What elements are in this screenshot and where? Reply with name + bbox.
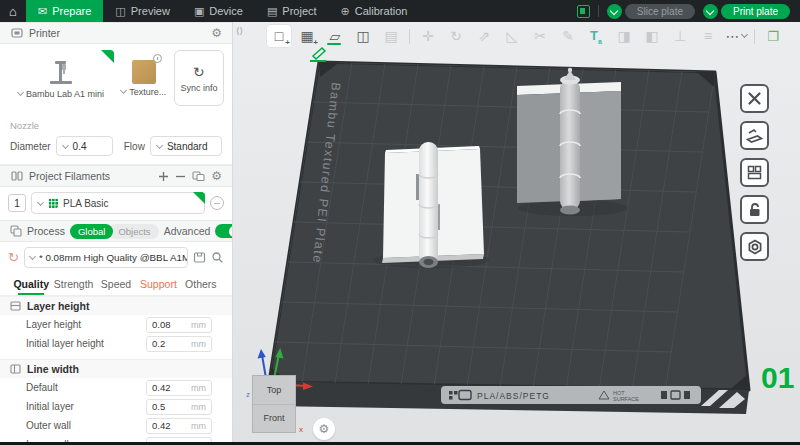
lay-on-face-icon[interactable]: ◺ (500, 25, 524, 47)
divider (754, 29, 755, 44)
layer-height-input[interactable]: 0.08 mm (146, 317, 212, 333)
process-preset-select[interactable]: * 0.08mm High Quality @BBL A1M (24, 247, 188, 268)
print-plate-button[interactable]: Print plate (721, 4, 790, 19)
arrange-plate-button[interactable] (740, 158, 769, 187)
calibration-icon: ⊕ (341, 5, 350, 18)
preset-row: ↻ * 0.08mm High Quality @BBL A1M (0, 242, 232, 273)
printer-card[interactable]: Bambu Lab A1 mini (8, 50, 114, 106)
nozzle-diameter-select[interactable]: 0.4 (56, 136, 113, 156)
reset-preset-icon[interactable]: ↻ (8, 251, 19, 264)
tab-quality[interactable]: Quality (10, 278, 52, 295)
split-to-parts-icon[interactable]: ▤ (379, 25, 403, 47)
mesh-boolean-icon[interactable]: ◧ (640, 25, 664, 47)
slice-plate-button[interactable]: Slice plate (625, 4, 695, 19)
plate-action-buttons (740, 84, 769, 261)
diameter-label: Diameter (10, 141, 51, 152)
view-settings-button[interactable]: ⚙ (313, 418, 335, 440)
build-plate-card[interactable]: Texture... (119, 50, 169, 106)
sync-info-label: Sync info (180, 83, 217, 93)
auto-arrange-icon[interactable]: ▱ (323, 25, 347, 47)
seam-paint-icon[interactable]: ◨ (612, 25, 636, 47)
scope-objects-button[interactable]: Objects (108, 224, 158, 239)
bin-icon (684, 391, 690, 399)
initial-layer-line-width-input[interactable]: 0.5 mm (146, 399, 212, 415)
nav-cube-top-face[interactable]: Top (253, 376, 295, 404)
setting-row: Initial layer height 0.2 mm (0, 334, 232, 353)
plate-material-text: PLA/ABS/PETG (477, 391, 550, 401)
filament-settings-gear-icon[interactable]: ⚙ (211, 169, 222, 183)
auto-orient-button[interactable] (740, 121, 769, 150)
scope-global-button[interactable]: Global (70, 224, 113, 239)
rotate-icon[interactable]: ↻ (444, 25, 468, 47)
process-section-header: Process Global Objects Advanced (0, 220, 232, 242)
sync-filament-icon[interactable] (192, 170, 205, 182)
hinge-model-flat[interactable] (382, 142, 484, 268)
split-to-objects-icon[interactable]: ◫ (351, 25, 375, 47)
printer-thumbnail (46, 58, 76, 86)
print-options-chevron-icon[interactable] (703, 4, 718, 19)
viewport-3d: ⟨⟩ □+ ▦+ ▱ ◫ ▤ ✛ ↻ ⇗ ◺ ✂ ✎ Ta ◨ ◧ ⊥ ≡ ⋯ … (233, 22, 800, 445)
printer-settings-gear-icon[interactable]: ⚙ (211, 26, 222, 40)
text-tool-icon[interactable]: Ta (584, 25, 608, 47)
edit-plate-name-icon[interactable] (310, 48, 326, 61)
setting-unit: mm (191, 383, 206, 393)
tab-others[interactable]: Others (180, 278, 222, 295)
z-axis-label: z (246, 390, 250, 399)
collapse-sidebar-icon[interactable]: ⟨⟩ (236, 26, 243, 36)
color-paint-icon[interactable]: ✎ (556, 25, 580, 47)
nav-cube-front-face[interactable]: Front (253, 404, 295, 433)
outer-wall-line-width-input[interactable]: 0.42 mm (146, 418, 212, 434)
save-preset-icon[interactable] (193, 251, 206, 264)
setting-unit: mm (191, 421, 206, 431)
edit-filament-icon[interactable] (210, 196, 224, 210)
initial-layer-height-input[interactable]: 0.2 mm (146, 336, 212, 352)
tab-prepare[interactable]: ✉ Prepare (26, 0, 103, 22)
delete-all-button[interactable] (740, 84, 769, 113)
hinge-model-standing[interactable] (517, 68, 621, 215)
printer-section-title: Printer (29, 27, 60, 39)
cut-icon[interactable]: ✂ (528, 25, 552, 47)
advanced-toggle[interactable] (215, 224, 233, 238)
chevron-down-icon (29, 253, 36, 260)
layer-height-group-header: Layer height (0, 296, 232, 315)
move-icon[interactable]: ✛ (416, 25, 440, 47)
viewport-toolbar: □+ ▦+ ▱ ◫ ▤ ✛ ↻ ⇗ ◺ ✂ ✎ Ta ◨ ◧ ⊥ ≡ ⋯ ❐ (267, 25, 785, 47)
nav-cube[interactable]: Top Front x z (252, 375, 296, 433)
tab-strength[interactable]: Strength (52, 278, 94, 295)
sync-info-button[interactable]: ↻ Sync info (174, 50, 224, 106)
add-plate-icon[interactable]: ▦+ (295, 25, 319, 47)
scale-icon[interactable]: ⇗ (472, 25, 496, 47)
remove-filament-icon[interactable] (175, 171, 186, 182)
line-width-group-header: Line width (0, 359, 232, 378)
process-section-title: Process (27, 225, 65, 237)
tab-device-label: Device (209, 5, 243, 17)
printer-icon (10, 27, 23, 40)
tab-speed[interactable]: Speed (95, 278, 137, 295)
assembly-view-icon[interactable]: ❐ (761, 25, 785, 47)
add-model-icon[interactable]: □+ (267, 25, 291, 47)
search-icon[interactable] (211, 251, 224, 264)
flow-select[interactable]: Standard (150, 136, 222, 156)
plate-settings-button[interactable] (740, 232, 769, 261)
divider (409, 29, 410, 44)
tab-calibration[interactable]: ⊕ Calibration (329, 0, 420, 22)
tab-support[interactable]: Support (137, 278, 179, 295)
default-line-width-input[interactable]: 0.42 mm (146, 380, 212, 396)
tab-preview[interactable]: ◫ Preview (103, 0, 182, 22)
tab-project[interactable]: ▤ Project (255, 0, 329, 22)
lock-plate-button[interactable] (740, 195, 769, 224)
slice-options-chevron-icon[interactable] (607, 4, 622, 19)
setting-unit: mm (191, 402, 206, 412)
add-filament-icon[interactable] (158, 171, 169, 182)
variable-layer-height-icon[interactable]: ≡ (696, 25, 720, 47)
home-icon[interactable]: ⌂ (0, 4, 26, 19)
warning-text-line2: SURFACE (613, 396, 639, 402)
supports-icon[interactable]: ⊥ (668, 25, 692, 47)
more-options-icon[interactable]: ⋯ (724, 25, 748, 47)
device-status-icon[interactable] (577, 5, 590, 18)
filament-icon (10, 170, 23, 183)
filament-select[interactable]: PLA Basic (31, 192, 205, 214)
tab-calibration-label: Calibration (355, 5, 408, 17)
setting-row: Outer wall 0.42 mm (0, 416, 232, 435)
tab-device[interactable]: ▣ Device (182, 0, 255, 22)
